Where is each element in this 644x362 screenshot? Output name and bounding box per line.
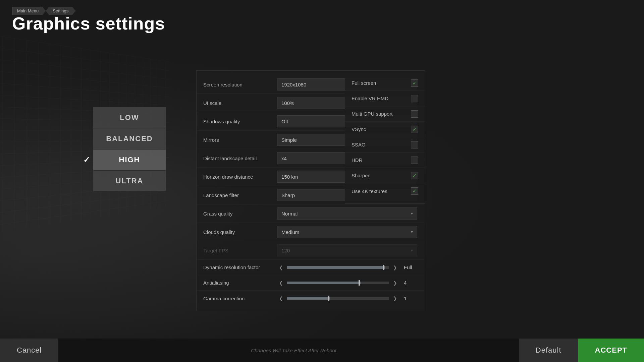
target-fps-label: Target FPS xyxy=(203,248,277,253)
gamma-correction-slider-row: ❮ ❯ 1 xyxy=(277,294,417,302)
horizon-draw-value: 150 km xyxy=(281,174,298,180)
slider-right-arrow[interactable]: ❯ xyxy=(391,263,399,272)
checkbox-vr-hmd: Enable VR HMD xyxy=(345,91,425,106)
target-fps-value: 120 xyxy=(281,248,290,253)
slider-right-arrow[interactable]: ❯ xyxy=(391,279,399,287)
setting-dynamic-resolution: Dynamic resolution factor ❮ ❯ Full xyxy=(197,260,424,275)
reboot-notice: Changes Will Take Effect After Reboot xyxy=(251,348,336,353)
sharpen-label: Sharpen xyxy=(352,173,371,178)
ssao-label: SSAO xyxy=(352,142,366,147)
checkbox-hdr: HDR xyxy=(345,153,425,168)
ui-scale-value: 100% xyxy=(281,100,294,106)
grass-quality-dropdown[interactable]: Normal ▾ xyxy=(277,207,417,220)
ui-scale-label: UI scale xyxy=(203,100,277,106)
grass-quality-label: Grass quality xyxy=(203,211,277,217)
right-options-panel: Full screen ✓ Enable VR HMD Multi GPU su… xyxy=(345,70,425,204)
multi-gpu-checkbox[interactable] xyxy=(411,110,418,118)
checkmark-icon: ✓ xyxy=(83,155,91,165)
checkbox-4k-textures: Use 4K textures ✓ xyxy=(345,183,425,199)
slider-right-arrow[interactable]: ❯ xyxy=(391,294,399,302)
dynamic-resolution-fill xyxy=(287,266,385,269)
antialiasing-fill xyxy=(287,282,361,284)
vsync-checkbox[interactable]: ✓ xyxy=(411,126,418,133)
setting-clouds-quality: Clouds quality Medium ▾ xyxy=(197,223,424,241)
checkbox-multi-gpu: Multi GPU support xyxy=(345,106,425,122)
default-button[interactable]: Default xyxy=(519,339,578,362)
gamma-correction-thumb xyxy=(328,296,329,301)
dynamic-resolution-value: Full xyxy=(404,264,417,270)
setting-antialiasing: Antialiasing ❮ ❯ 4 xyxy=(197,275,424,291)
clouds-quality-dropdown[interactable]: Medium ▾ xyxy=(277,226,417,238)
antialiasing-value: 4 xyxy=(404,280,417,286)
checkbox-fullscreen: Full screen ✓ xyxy=(345,75,425,91)
antialiasing-track[interactable] xyxy=(287,282,389,284)
preset-balanced[interactable]: BALANCED xyxy=(93,128,166,149)
fullscreen-checkbox[interactable]: ✓ xyxy=(411,79,418,87)
vr-hmd-checkbox[interactable] xyxy=(411,95,418,102)
accept-button[interactable]: ACCEPT xyxy=(578,339,644,362)
setting-target-fps: Target FPS 120 ▾ xyxy=(197,241,424,260)
multi-gpu-label: Multi GPU support xyxy=(352,111,393,117)
landscape-filter-value: Sharp xyxy=(281,192,295,198)
dynamic-resolution-label: Dynamic resolution factor xyxy=(203,264,277,270)
slider-left-arrow[interactable]: ❮ xyxy=(277,294,285,302)
gamma-correction-label: Gamma correction xyxy=(203,296,277,301)
dynamic-resolution-slider-row: ❮ ❯ Full xyxy=(277,263,417,272)
screen-resolution-value: 644x362 xyxy=(281,82,306,87)
antialiasing-label: Antialiasing xyxy=(203,280,277,286)
mirrors-label: Mirrors xyxy=(203,137,277,143)
dynamic-resolution-thumb xyxy=(383,265,384,270)
dynamic-resolution-track[interactable] xyxy=(287,266,389,269)
chevron-down-icon: ▾ xyxy=(411,211,413,216)
slider-left-arrow[interactable]: ❮ xyxy=(277,263,285,272)
preset-ultra[interactable]: ULTRA xyxy=(93,171,166,192)
sharpen-checkbox[interactable]: ✓ xyxy=(411,172,418,179)
4k-textures-checkbox[interactable]: ✓ xyxy=(411,187,418,195)
chevron-down-icon: ▾ xyxy=(411,248,413,253)
shadows-quality-value: Off xyxy=(281,119,288,124)
clouds-quality-label: Clouds quality xyxy=(203,229,277,235)
bottom-bar: Cancel Changes Will Take Effect After Re… xyxy=(0,339,644,362)
grass-quality-value: Normal xyxy=(281,211,298,217)
cancel-button[interactable]: Cancel xyxy=(0,339,58,362)
4k-textures-label: Use 4K textures xyxy=(352,188,387,194)
distant-landscape-value: x4 xyxy=(281,156,287,161)
horizon-draw-label: Horizon draw distance xyxy=(203,174,277,180)
gamma-correction-value: 1 xyxy=(404,296,417,301)
ssao-checkbox[interactable] xyxy=(411,141,418,148)
preset-high[interactable]: ✓ HIGH xyxy=(93,149,166,171)
setting-gamma-correction: Gamma correction ❮ ❯ 1 xyxy=(197,291,424,306)
target-fps-dropdown: 120 ▾ xyxy=(277,244,417,256)
checkbox-ssao: SSAO xyxy=(345,137,425,153)
setting-grass-quality: Grass quality Normal ▾ xyxy=(197,204,424,223)
bottom-right-buttons: Default ACCEPT xyxy=(519,339,644,362)
vsync-label: VSync xyxy=(352,126,366,132)
antialiasing-slider-row: ❮ ❯ 4 xyxy=(277,279,417,287)
screen-resolution-label: Screen resolution xyxy=(203,82,277,87)
hdr-label: HDR xyxy=(352,157,363,163)
fullscreen-label: Full screen xyxy=(352,80,376,86)
preset-panel: LOW BALANCED ✓ HIGH ULTRA xyxy=(93,107,166,192)
vr-hmd-label: Enable VR HMD xyxy=(352,96,388,101)
hdr-checkbox[interactable] xyxy=(411,157,418,164)
checkbox-sharpen: Sharpen ✓ xyxy=(345,168,425,183)
page-title: Graphics settings xyxy=(12,13,165,34)
clouds-quality-value: Medium xyxy=(281,229,299,235)
antialiasing-thumb xyxy=(359,280,360,286)
chevron-down-icon: ▾ xyxy=(411,230,413,234)
distant-landscape-label: Distant landscape detail xyxy=(203,156,277,161)
checkbox-vsync: VSync ✓ xyxy=(345,122,425,137)
gamma-correction-track[interactable] xyxy=(287,297,389,300)
shadows-quality-label: Shadows quality xyxy=(203,119,277,124)
mirrors-value: Simple xyxy=(281,137,297,143)
landscape-filter-label: Landscape filter xyxy=(203,192,277,198)
preset-low[interactable]: LOW xyxy=(93,107,166,128)
gamma-correction-fill xyxy=(287,297,330,300)
slider-left-arrow[interactable]: ❮ xyxy=(277,279,285,287)
